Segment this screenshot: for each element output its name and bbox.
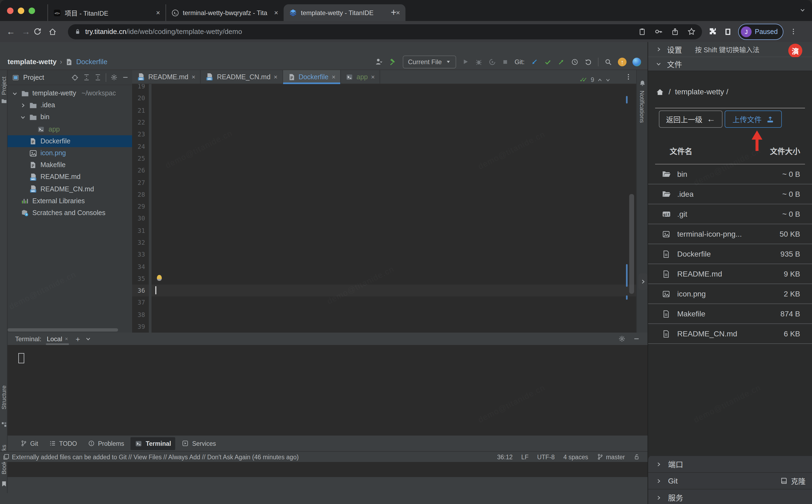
bell-icon[interactable]	[639, 80, 646, 87]
git-update-icon[interactable]	[531, 58, 538, 65]
terminal-tab[interactable]: Local ×	[47, 333, 68, 345]
line-number[interactable]: 34	[132, 263, 149, 270]
code-line[interactable]: 22	[132, 116, 636, 129]
tree-row[interactable]: MD README.md	[8, 171, 132, 183]
browser-menu-icon[interactable]	[790, 28, 797, 35]
ime-badge[interactable]: 演	[788, 44, 802, 58]
tree-row[interactable]: template-wetty ~/workspac	[8, 87, 132, 99]
locate-icon[interactable]	[71, 74, 79, 81]
chev-right-icon[interactable]	[20, 102, 27, 108]
code-line[interactable]: 21	[132, 104, 636, 116]
close-tab-icon[interactable]: ×	[332, 73, 336, 81]
home-button[interactable]	[49, 27, 64, 36]
tool-window-button[interactable]: Git	[16, 437, 42, 450]
address-bar[interactable]: try.titanide.cn/ide/web/coding/template-…	[68, 24, 702, 39]
clone-button[interactable]: 克隆	[780, 475, 806, 486]
status-message[interactable]: Externally added files can be added to G…	[12, 454, 299, 460]
table-row[interactable]: .idea ~ 0 B	[648, 184, 812, 204]
extensions-icon[interactable]	[708, 27, 717, 36]
browser-tab[interactable]: terminal-wetty-bwqryafz - Tita ×	[166, 4, 284, 21]
code-line[interactable]: 35	[132, 273, 636, 285]
tree-row[interactable]: External Libraries	[8, 195, 132, 207]
line-number[interactable]: 24	[132, 143, 149, 150]
tool-tab-project[interactable]: Project	[1, 77, 7, 95]
table-row[interactable]: bin ~ 0 B	[648, 164, 812, 184]
window-stack-icon[interactable]	[3, 453, 10, 460]
key-icon[interactable]	[655, 27, 663, 36]
share-icon[interactable]	[671, 27, 679, 36]
line-number[interactable]: 25	[132, 155, 149, 162]
line-number[interactable]: 33	[132, 251, 149, 258]
tool-window-button[interactable]: Terminal	[131, 437, 176, 450]
browser-tab[interactable]: <t> 项目 - TitanIDE ×	[47, 4, 166, 21]
code-line[interactable]: 27	[132, 177, 636, 189]
tree-row[interactable]: Scratches and Consoles	[8, 207, 132, 219]
code-line[interactable]: 38	[132, 309, 636, 321]
update-plugin-icon[interactable]: ↑	[618, 57, 627, 66]
line-number[interactable]: 21	[132, 106, 149, 114]
tree-row[interactable]: bin	[8, 111, 132, 123]
code-line[interactable]: 26	[132, 164, 636, 177]
line-number[interactable]: 22	[132, 119, 149, 126]
line-number[interactable]: 30	[132, 215, 149, 222]
breadcrumb-project[interactable]: template-wetty	[8, 58, 57, 66]
line-number[interactable]: 23	[132, 131, 149, 138]
settings-section-header[interactable]: 设置 按 Shift 键切换输入法	[648, 42, 812, 57]
close-button[interactable]	[7, 8, 13, 14]
minimize-button[interactable]	[18, 8, 24, 14]
line-number[interactable]: 37	[132, 299, 149, 306]
indent-setting[interactable]: 4 spaces	[563, 454, 588, 460]
close-tab-icon[interactable]: ×	[371, 73, 375, 81]
zoom-button[interactable]	[29, 8, 35, 14]
hide-panel-icon[interactable]	[122, 74, 129, 81]
editor-options-icon[interactable]	[625, 73, 632, 80]
run-coverage-icon[interactable]	[489, 58, 496, 65]
close-tab-icon[interactable]: ×	[192, 73, 195, 81]
editor-tab[interactable]: Dockerfile ×	[283, 70, 341, 84]
tool-window-button[interactable]: Problems	[83, 437, 128, 450]
terminal-prompt[interactable]	[15, 353, 24, 363]
table-row[interactable]: git .git ~ 0 B	[648, 204, 812, 224]
line-number[interactable]: 32	[132, 239, 149, 246]
line-number[interactable]: 39	[132, 323, 149, 330]
close-tab-icon[interactable]: ×	[274, 73, 277, 81]
files-section-header[interactable]: 文件	[648, 57, 812, 71]
editor-scrollbar[interactable]	[629, 194, 634, 294]
git-commit-icon[interactable]	[544, 58, 552, 65]
clipboard-icon[interactable]	[638, 27, 646, 36]
tool-tab-notifications[interactable]: Notifications	[639, 91, 645, 123]
tool-tab-structure[interactable]: Structure	[1, 385, 7, 409]
code-line[interactable]: 30	[132, 213, 636, 225]
tool-window-button[interactable]: Services	[178, 437, 220, 450]
close-tab-icon[interactable]: ×	[154, 9, 160, 17]
code-line[interactable]: 25	[132, 153, 636, 165]
gear-icon[interactable]	[111, 74, 118, 81]
bookmark-star-icon[interactable]	[687, 27, 696, 36]
line-number[interactable]: 31	[132, 227, 149, 234]
build-hammer-icon[interactable]	[388, 58, 397, 66]
expand-all-icon[interactable]	[83, 74, 90, 81]
line-number[interactable]: 27	[132, 179, 149, 186]
terminal-settings-icon[interactable]	[618, 335, 625, 342]
ports-section[interactable]: 端口	[648, 455, 812, 472]
new-tab-button[interactable]: +	[386, 4, 401, 21]
home-icon[interactable]	[656, 88, 664, 96]
code-line[interactable]: 34	[132, 261, 636, 273]
code-line[interactable]: 23	[132, 128, 636, 140]
code-line[interactable]: 28	[132, 188, 636, 201]
line-number[interactable]: 26	[132, 167, 149, 174]
editor-tab[interactable]: MD README.md ×	[132, 70, 201, 84]
table-row[interactable]: Dockerfile 935 B	[648, 244, 812, 264]
code-line[interactable]: 39	[132, 321, 636, 333]
debug-icon[interactable]	[475, 58, 483, 65]
git-push-icon[interactable]	[558, 58, 565, 65]
code-line[interactable]: 24	[132, 140, 636, 153]
code-line[interactable]: 32	[132, 237, 636, 249]
services-section[interactable]: 服务	[648, 489, 812, 504]
reload-button[interactable]	[33, 27, 49, 36]
horizontal-scrollbar[interactable]	[8, 328, 118, 332]
table-row[interactable]: Makefile 874 B	[648, 304, 812, 324]
panel-expand-button[interactable]	[638, 273, 648, 290]
git-section[interactable]: Git 克隆	[648, 472, 812, 489]
line-number[interactable]: 38	[132, 311, 149, 319]
